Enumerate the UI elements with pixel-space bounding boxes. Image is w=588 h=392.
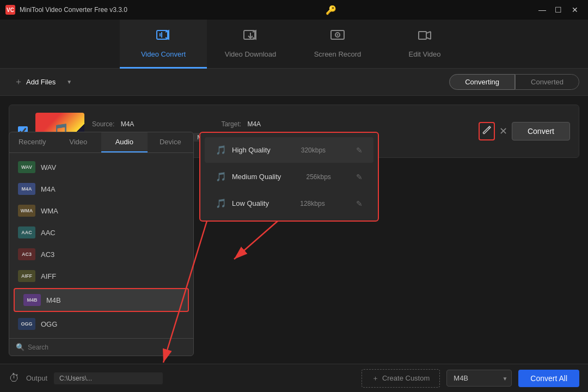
window-controls: — ☐ ✕ (535, 4, 583, 16)
card-actions: ✕ Convert (479, 122, 570, 140)
wav-icon: WAV (18, 161, 35, 173)
quality-medium-kbps: 256kbps (306, 173, 330, 181)
tab-edit-video[interactable]: Edit Video (381, 20, 468, 69)
svg-line-12 (483, 133, 484, 134)
format-select[interactable]: M4B (446, 370, 512, 387)
list-item-m4b[interactable]: M4B M4B (14, 288, 189, 312)
tab-video-download[interactable]: Video Download (207, 20, 294, 69)
quality-note-icon-medium: 🎵 (216, 171, 226, 182)
ac3-label: AC3 (41, 250, 54, 259)
quality-note-icon-high: 🎵 (216, 145, 226, 155)
list-item-ogg[interactable]: OGG OGG (9, 313, 193, 335)
add-files-button[interactable]: ＋ Add Files (9, 73, 61, 91)
video-convert-icon (156, 28, 171, 47)
aiff-icon: AIFF (18, 270, 35, 282)
list-item-aac[interactable]: AAC AAC (9, 222, 193, 243)
search-icon: 🔍 (16, 343, 24, 351)
m4b-label: M4B (46, 296, 61, 304)
svg-rect-8 (419, 32, 426, 39)
video-download-icon (243, 28, 258, 47)
tab-screen-record-label: Screen Record (314, 50, 362, 58)
titlebar: VC MiniTool Video Converter Free v3.3.0 … (0, 0, 588, 20)
quality-medium-edit[interactable]: ✎ (356, 173, 363, 181)
list-item-ac3[interactable]: AC3 AC3 (9, 243, 193, 265)
list-item-m4a[interactable]: M4A M4A (9, 178, 193, 200)
quality-medium-left: 🎵 Medium Quality (216, 171, 281, 182)
m4a-icon: M4A (18, 183, 35, 195)
quality-note-icon-low: 🎵 (216, 198, 226, 209)
main-content: 🎵 Source: M4A Target: M4A M4A ⏱ 00:02:24 (0, 96, 588, 364)
format-list: WAV WAV M4A M4A WMA WMA AAC AAC AC3 AC3 … (9, 153, 193, 338)
create-custom-label: Create Custom (382, 374, 430, 382)
quality-high-edit[interactable]: ✎ (356, 146, 363, 155)
nav-tabs: Video Convert Video Download Screen Reco… (0, 20, 588, 69)
quality-low-left: 🎵 Low Quality (216, 198, 269, 209)
convert-all-button[interactable]: Convert All (518, 370, 579, 387)
quality-item-high[interactable]: 🎵 High Quality 320kbps ✎ (205, 137, 373, 163)
dropdown-tab-audio[interactable]: Audio (101, 132, 148, 152)
list-item-aiff[interactable]: AIFF AIFF (9, 265, 193, 287)
dropdown-tabs: Recently Video Audio Device (9, 132, 193, 153)
source-label: Source: M4A (92, 120, 134, 128)
convert-button[interactable]: Convert (512, 122, 570, 140)
tab-video-convert[interactable]: Video Convert (120, 20, 207, 69)
list-item-wma[interactable]: WMA WMA (9, 200, 193, 222)
minimize-button[interactable]: — (535, 4, 550, 16)
close-button[interactable]: ✕ (567, 4, 583, 16)
svg-line-9 (426, 32, 431, 33)
card-edit-button[interactable] (479, 122, 495, 140)
format-dropdown-panel: Recently Video Audio Device WAV WAV M4A … (9, 132, 194, 356)
target-label: Target: M4A (221, 120, 261, 128)
aiff-label: AIFF (41, 272, 56, 280)
ac3-icon: AC3 (18, 248, 35, 260)
output-clock-icon: ⏱ (9, 372, 20, 384)
svg-point-7 (337, 34, 339, 36)
quality-high-left: 🎵 High Quality (216, 145, 271, 155)
app-title: MiniTool Video Converter Free v3.3.0 (20, 6, 127, 14)
tab-video-convert-label: Video Convert (141, 50, 186, 58)
ogg-icon: OGG (18, 318, 35, 330)
key-icon[interactable]: 🔑 (326, 5, 336, 15)
list-item-wav[interactable]: WAV WAV (9, 156, 193, 178)
screen-record-icon (330, 28, 345, 47)
wma-label: WMA (41, 207, 58, 215)
quality-item-low[interactable]: 🎵 Low Quality 128kbps ✎ (205, 191, 373, 216)
quality-low-label: Low Quality (232, 199, 269, 207)
card-close-button[interactable]: ✕ (499, 125, 507, 137)
dropdown-tab-video[interactable]: Video (56, 132, 102, 152)
search-box: 🔍 (9, 338, 193, 356)
add-files-label: Add Files (26, 78, 56, 86)
bottom-bar: ⏱ Output C:\Users\... ＋ Create Custom M4… (0, 364, 588, 392)
maximize-button[interactable]: ☐ (551, 4, 566, 16)
svg-line-10 (426, 38, 431, 39)
toolbar: ＋ Add Files ▼ Converting Converted (0, 69, 588, 96)
wma-icon: WMA (18, 205, 35, 217)
wav-label: WAV (41, 163, 56, 171)
search-input[interactable] (28, 344, 187, 351)
tab-screen-record[interactable]: Screen Record (294, 20, 381, 69)
tab-switcher: Converting Converted (449, 74, 579, 90)
quality-low-edit[interactable]: ✎ (356, 199, 363, 208)
ogg-label: OGG (41, 320, 57, 328)
m4a-label: M4A (41, 185, 56, 193)
title-left: VC MiniTool Video Converter Free v3.3.0 (5, 5, 127, 15)
converted-tab[interactable]: Converted (515, 74, 579, 90)
create-custom-button[interactable]: ＋ Create Custom (362, 369, 440, 388)
quality-high-label: High Quality (232, 146, 271, 154)
output-label: Output (26, 374, 47, 382)
add-files-dropdown-arrow[interactable]: ▼ (66, 79, 72, 85)
quality-high-kbps: 320kbps (301, 146, 326, 154)
converting-tab[interactable]: Converting (449, 74, 515, 90)
dropdown-tab-device[interactable]: Device (148, 132, 194, 152)
app-icon: VC (5, 5, 15, 15)
quality-item-medium[interactable]: 🎵 Medium Quality 256kbps ✎ (205, 164, 373, 189)
edit-video-icon (417, 28, 432, 47)
m4b-icon: M4B (23, 294, 41, 306)
title-right-icons: 🔑 (326, 5, 336, 15)
dropdown-tab-recently[interactable]: Recently (9, 132, 56, 152)
file-meta: Source: M4A Target: M4A (92, 120, 471, 128)
tab-edit-video-label: Edit Video (408, 50, 440, 58)
create-custom-plus-icon: ＋ (372, 373, 379, 383)
quality-panel: 🎵 High Quality 320kbps ✎ 🎵 Medium Qualit… (199, 132, 379, 222)
aac-label: AAC (41, 229, 56, 237)
